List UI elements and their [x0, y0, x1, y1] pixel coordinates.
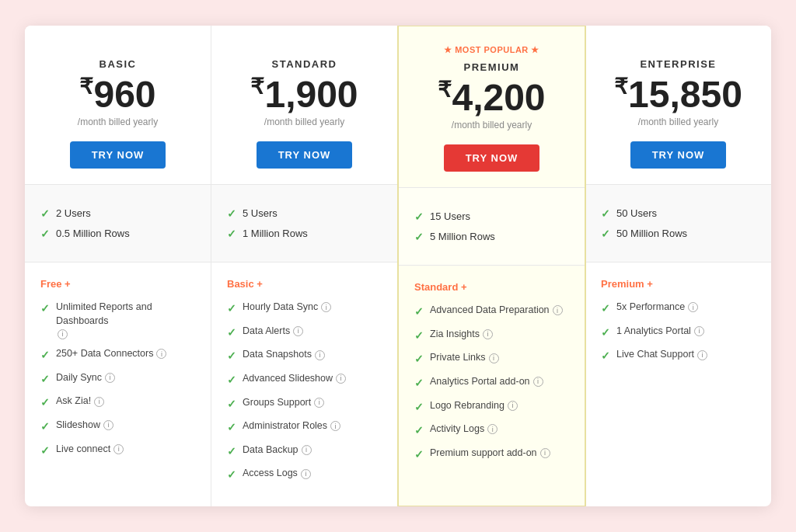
- info-icon[interactable]: i: [553, 305, 563, 315]
- info-icon[interactable]: i: [330, 421, 340, 431]
- feature-text: Private Linksi: [430, 351, 499, 365]
- feature-item: ✓Hourly Data Synci: [227, 301, 382, 317]
- check-icon: ✓: [227, 228, 236, 240]
- info-icon[interactable]: i: [336, 374, 346, 384]
- feature-text: Daily Synci: [56, 371, 115, 385]
- plan-price-standard: ₹1,900: [227, 76, 382, 113]
- check-icon: ✓: [40, 301, 50, 317]
- info-icon[interactable]: i: [156, 349, 166, 359]
- check-icon: ✓: [414, 352, 424, 367]
- plan-header-basic: BASIC₹960/month billed yearlyTRY NOW: [25, 26, 211, 185]
- feature-text: 5x Performancei: [616, 301, 698, 315]
- try-now-button-basic[interactable]: TRY NOW: [70, 141, 166, 169]
- info-icon[interactable]: i: [487, 424, 498, 434]
- feature-text: Access Logsi: [243, 467, 311, 481]
- feature-item: ✓Analytics Portal add-oni: [414, 375, 569, 391]
- plan-users-standard: ✓5 Users✓1 Million Rows: [211, 185, 397, 263]
- plan-features-standard: Basic +✓Hourly Data Synci✓Data Alertsi✓D…: [211, 263, 397, 506]
- info-icon[interactable]: i: [105, 373, 115, 383]
- plan-features-enterprise: Premium +✓5x Performancei✓1 Analytics Po…: [585, 263, 771, 506]
- info-icon[interactable]: i: [94, 397, 104, 407]
- feature-text: Ask Zia!i: [56, 395, 104, 409]
- info-icon[interactable]: i: [113, 444, 124, 454]
- plan-price-premium: ₹4,200: [414, 79, 569, 116]
- users-count-enterprise: ✓50 Users: [601, 207, 756, 220]
- plan-users-enterprise: ✓50 Users✓50 Million Rows: [585, 185, 771, 263]
- check-icon: ✓: [414, 400, 424, 416]
- plan-billing-basic: /month billed yearly: [40, 116, 195, 127]
- info-icon[interactable]: i: [314, 398, 324, 408]
- feature-item: ✓Daily Synci: [40, 371, 195, 388]
- plan-users-premium: ✓15 Users✓5 Million Rows: [399, 188, 585, 266]
- features-title-premium: Standard +: [414, 281, 569, 293]
- feature-text: Slideshowi: [56, 419, 113, 433]
- check-icon: ✓: [414, 304, 424, 320]
- check-icon: ✓: [40, 207, 50, 220]
- feature-item: ✓Slideshowi: [40, 419, 195, 435]
- check-icon: ✓: [227, 207, 236, 220]
- check-icon: ✓: [40, 228, 50, 240]
- plan-users-basic: ✓2 Users✓0.5 Million Rows: [25, 185, 211, 263]
- check-icon: ✓: [40, 443, 50, 459]
- check-icon: ✓: [601, 349, 610, 364]
- try-now-button-enterprise[interactable]: TRY NOW: [630, 141, 727, 169]
- plan-col-standard: STANDARD₹1,900/month billed yearlyTRY NO…: [211, 26, 398, 506]
- feature-text: Premium support add-oni: [430, 447, 550, 461]
- check-icon: ✓: [601, 301, 610, 317]
- check-icon: ✓: [414, 329, 424, 344]
- info-icon[interactable]: i: [688, 302, 698, 312]
- info-icon[interactable]: i: [694, 326, 704, 336]
- plan-header-standard: STANDARD₹1,900/month billed yearlyTRY NO…: [211, 26, 397, 185]
- info-icon[interactable]: i: [533, 377, 543, 387]
- feature-item: ✓Zia Insightsi: [414, 328, 569, 344]
- info-icon[interactable]: i: [293, 326, 303, 336]
- check-icon: ✓: [40, 372, 50, 388]
- feature-text: Data Alertsi: [243, 325, 303, 339]
- check-icon: ✓: [227, 397, 236, 412]
- feature-text: Hourly Data Synci: [243, 301, 331, 315]
- info-icon[interactable]: i: [321, 302, 331, 312]
- plan-name-standard: STANDARD: [227, 58, 382, 70]
- feature-item: ✓Access Logsi: [227, 467, 382, 483]
- check-icon: ✓: [40, 395, 50, 411]
- feature-item: ✓Live Chat Supporti: [601, 348, 756, 364]
- info-icon[interactable]: i: [489, 353, 499, 363]
- try-now-button-standard[interactable]: TRY NOW: [257, 141, 353, 169]
- feature-item: ✓Groups Supporti: [227, 396, 382, 412]
- check-icon: ✓: [414, 376, 424, 391]
- feature-text: Live Chat Supporti: [616, 348, 707, 362]
- plan-billing-standard: /month billed yearly: [227, 116, 382, 127]
- check-icon: ✓: [601, 325, 610, 341]
- check-icon: ✓: [227, 420, 236, 436]
- check-icon: ✓: [40, 348, 50, 363]
- info-icon[interactable]: i: [302, 445, 312, 455]
- feature-text: Logo Rebrandingi: [430, 399, 518, 413]
- feature-item: ✓Advanced Data Preparationi: [414, 304, 569, 320]
- feature-item: ✓Premium support add-oni: [414, 447, 569, 463]
- check-icon: ✓: [227, 444, 236, 460]
- info-icon[interactable]: i: [540, 448, 550, 458]
- rows-count-standard: ✓1 Million Rows: [227, 228, 382, 240]
- plan-col-premium: ★ MOST POPULAR ★PREMIUM₹4,200/month bill…: [397, 26, 586, 506]
- try-now-button-premium[interactable]: TRY NOW: [444, 144, 540, 172]
- feature-item: ✓Ask Zia!i: [40, 395, 195, 411]
- feature-item: ✓Activity Logsi: [414, 422, 569, 439]
- check-icon: ✓: [227, 373, 236, 388]
- info-icon[interactable]: i: [697, 350, 707, 360]
- check-icon: ✓: [601, 228, 610, 240]
- users-text: 15 Users: [430, 210, 470, 222]
- info-icon[interactable]: i: [315, 350, 325, 360]
- users-count-basic: ✓2 Users: [40, 207, 195, 220]
- info-icon[interactable]: i: [508, 401, 518, 411]
- feature-text: Zia Insightsi: [430, 328, 493, 342]
- info-icon[interactable]: i: [483, 329, 493, 339]
- check-icon: ✓: [227, 349, 236, 364]
- plan-price-basic: ₹960: [40, 76, 195, 113]
- info-icon[interactable]: i: [301, 469, 311, 479]
- plan-billing-premium: /month billed yearly: [414, 120, 569, 130]
- info-icon[interactable]: i: [58, 329, 68, 339]
- feature-item: ✓Administrator Rolesi: [227, 419, 382, 436]
- plan-name-premium: PREMIUM: [414, 61, 569, 73]
- info-icon[interactable]: i: [103, 420, 113, 430]
- users-text: 50 Users: [616, 207, 657, 219]
